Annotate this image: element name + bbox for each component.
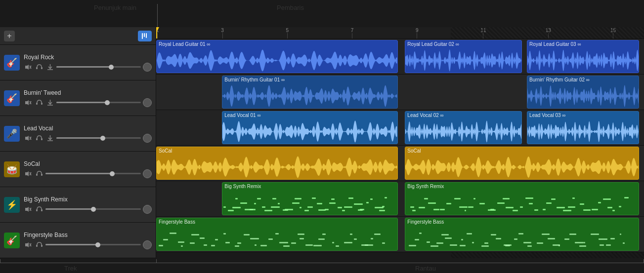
region-big-synth-0[interactable]: Big Synth Remix [222,182,397,215]
ruler-mark-7: 7 [351,27,354,39]
track-volume-burnin-tweed[interactable] [56,102,141,103]
track-headphone-burnin-tweed[interactable] [35,99,43,106]
bottom-bracket-left [0,259,0,263]
track-download-burnin-tweed[interactable] [45,99,54,106]
svg-rect-20 [36,138,38,140]
track-panel: + 🎸 Royal Rock [0,27,156,258]
svg-rect-2 [146,33,147,38]
svg-rect-37 [36,245,38,247]
track-item-fingerstyle-bass[interactable]: 🎸 Fingerstyle Bass [0,223,156,258]
track-mute-socal[interactable] [24,170,33,177]
ruler-line-13 [548,33,549,39]
ruler-mark-11: 11 [480,27,486,39]
region-burnin-tweed-1[interactable]: Burnin' Rhythm Guitar 02 ∞ [527,76,639,109]
track-volume-socal[interactable] [45,173,141,174]
svg-rect-0 [142,33,143,39]
track-pan-socal[interactable] [143,169,152,178]
ruler-label-13: 13 [546,28,551,33]
region-label-royal-rock-1: Royal Lead Guitar 02 ∞ [405,40,521,48]
region-big-synth-1[interactable]: Big Synth Remix [405,182,639,215]
track-pan-big-synth[interactable] [143,205,152,214]
track-lane-socal: SoCalSoCal [156,146,644,181]
svg-marker-34 [25,242,29,247]
region-socal-1[interactable]: SoCal [405,147,639,180]
playhead[interactable] [156,27,157,39]
ruler-line-7 [352,33,352,39]
track-headphone-socal[interactable] [35,170,43,177]
track-pan-fingerstyle-bass[interactable] [143,240,152,249]
region-burnin-tweed-0[interactable]: Burnin' Rhythm Guitar 01 ∞ [222,76,397,109]
track-mute-lead-vocal[interactable] [24,135,33,142]
region-fingerstyle-bass-1[interactable]: Fingerstyle Bass [405,218,639,251]
svg-rect-1 [144,33,145,37]
ruler-line-11 [483,33,483,39]
track-mute-royal-rock[interactable] [24,64,33,71]
region-waveform-socal-0 [157,155,397,179]
region-label-socal-1: SoCal [405,147,639,155]
ruler-line-15 [613,33,613,39]
track-volume-lead-vocal[interactable] [56,137,141,139]
ruler-line-3 [222,33,223,39]
ruler-label-5: 5 [286,28,289,33]
region-waveform-royal-rock-0 [157,48,397,73]
ruler[interactable]: 13579111315 [156,27,644,39]
region-label-fingerstyle-bass-1: Fingerstyle Bass [405,218,639,226]
track-pan-lead-vocal[interactable] [143,134,152,143]
ruler-label-9: 9 [416,28,419,33]
track-icon-lead-vocal: 🎤 [4,126,20,142]
track-volume-big-synth[interactable] [45,208,141,210]
ruler-label-3: 3 [221,28,224,33]
region-midi-fingerstyle-bass-1 [405,226,639,250]
region-royal-rock-1[interactable]: Royal Lead Guitar 02 ∞ [405,40,522,73]
track-item-big-synth[interactable]: ⚡ Big Synth Remix [0,187,156,223]
svg-rect-14 [41,103,43,105]
track-controls-burnin-tweed [24,98,152,107]
ruler-mark-13: 13 [546,27,551,39]
region-royal-rock-0[interactable]: Royal Lead Guitar 01 ∞ [156,40,398,73]
region-label-royal-rock-2: Royal Lead Guitar 03 ∞ [527,40,639,48]
region-lead-vocal-0[interactable]: Lead Vocal 01 ∞ [222,111,397,144]
track-volume-fingerstyle-bass[interactable] [45,244,141,245]
track-item-lead-vocal[interactable]: 🎤 Lead Vocal [0,116,156,152]
ruler-line-9 [417,33,417,39]
track-controls-lead-vocal [24,134,152,143]
svg-rect-38 [41,245,43,247]
ruler-label-15: 15 [610,28,616,33]
track-item-burnin-tweed[interactable]: 🎸 Burnin' Tweed [0,80,156,116]
region-label-socal-0: SoCal [157,147,397,155]
track-mute-fingerstyle-bass[interactable] [24,241,33,248]
region-label-lead-vocal-2: Lead Vocal 03 ∞ [527,112,639,119]
region-lead-vocal-1[interactable]: Lead Vocal 02 ∞ [405,111,522,144]
metronome-button[interactable] [138,31,152,41]
region-lead-vocal-2[interactable]: Lead Vocal 03 ∞ [527,111,639,144]
track-headphone-fingerstyle-bass[interactable] [35,241,43,248]
track-volume-royal-rock[interactable] [56,66,141,68]
region-fingerstyle-bass-0[interactable]: Fingerstyle Bass [156,218,398,251]
track-headphone-lead-vocal[interactable] [35,135,43,142]
track-item-royal-rock[interactable]: 🎸 Royal Rock [0,45,156,80]
track-headphone-big-synth[interactable] [35,206,43,213]
track-headphone-royal-rock[interactable] [35,64,43,71]
annotation-area: Penunjuk main Pembaris [0,0,644,30]
svg-rect-32 [36,209,38,211]
add-track-button[interactable]: + [4,31,15,41]
region-midi-big-synth-1 [405,191,639,215]
annotation-pembaris: Pembaris [277,4,304,11]
track-icon-big-synth: ⚡ [4,197,20,213]
region-label-fingerstyle-bass-0: Fingerstyle Bass [157,218,397,226]
track-item-socal[interactable]: 🥁 SoCal [0,152,156,187]
region-label-burnin-tweed-1: Burnin' Rhythm Guitar 02 ∞ [527,76,639,83]
region-waveform-burnin-tweed-1 [527,84,639,108]
track-list: 🎸 Royal Rock � [0,45,156,258]
track-mute-big-synth[interactable] [24,206,33,213]
track-download-royal-rock[interactable] [45,64,54,71]
region-label-burnin-tweed-0: Burnin' Rhythm Guitar 01 ∞ [222,76,397,83]
track-download-lead-vocal[interactable] [45,135,54,142]
region-waveform-socal-1 [405,155,639,179]
track-pan-burnin-tweed[interactable] [143,98,152,107]
region-socal-0[interactable]: SoCal [156,147,398,180]
track-mute-burnin-tweed[interactable] [24,99,33,106]
svg-rect-28 [41,174,43,176]
track-pan-royal-rock[interactable] [143,63,152,72]
region-royal-rock-2[interactable]: Royal Lead Guitar 03 ∞ [527,40,639,73]
